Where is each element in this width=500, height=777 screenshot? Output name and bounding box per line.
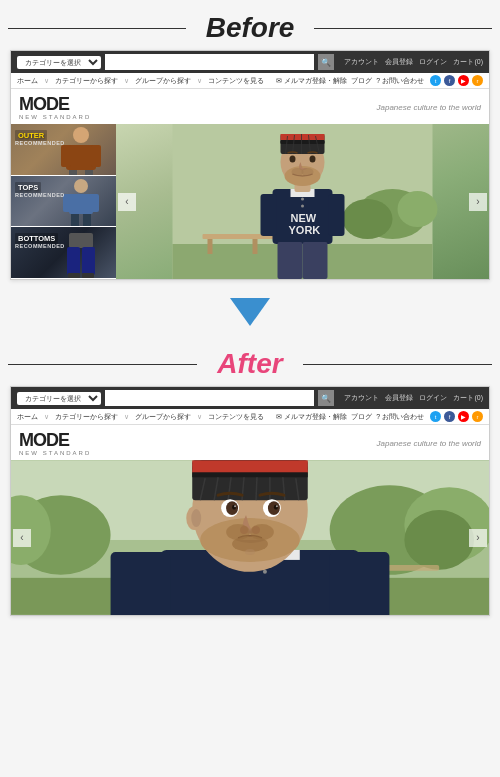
after-logo: MODE NEW STANDARD	[19, 431, 91, 456]
after-search-button[interactable]: 🔍	[318, 390, 334, 406]
before-thumb-tops[interactable]: TOPS RECOMMENDED	[11, 176, 116, 228]
after-section: After カテゴリーを選択 🔍 アカウント 会員登録 ログイン カート(0) …	[0, 336, 500, 616]
svg-rect-63	[330, 552, 390, 615]
svg-rect-27	[329, 194, 345, 236]
before-section: Before カテゴリーを選択 🔍 アカウント 会員登録 ログイン カート(0)…	[0, 0, 500, 280]
down-arrow-icon	[230, 298, 270, 326]
after-category-select[interactable]: カテゴリーを選択	[17, 392, 101, 405]
before-login-link[interactable]: ログイン	[419, 57, 447, 67]
after-login-link[interactable]: ログイン	[419, 393, 447, 403]
before-category-link[interactable]: カテゴリーから探す	[55, 76, 118, 86]
after-line-right	[303, 364, 492, 365]
svg-rect-2	[61, 145, 71, 167]
svg-point-19	[398, 191, 438, 227]
after-facebook-icon[interactable]: f	[444, 411, 455, 422]
before-logo: MODE NEW STANDARD	[19, 95, 91, 120]
svg-point-94	[245, 549, 255, 555]
before-thumb-bottoms[interactable]: BOTTOMS RECOMMENDED	[11, 227, 116, 279]
after-nav-actions: アカウント 会員登録 ログイン カート(0)	[344, 393, 483, 403]
after-heading: After	[217, 348, 282, 380]
before-account-link[interactable]: アカウント	[344, 57, 379, 67]
before-heading: Before	[206, 12, 295, 44]
svg-rect-14	[82, 247, 95, 275]
before-register-link[interactable]: 会員登録	[385, 57, 413, 67]
after-main-hero: ‹	[11, 460, 489, 615]
before-content-link[interactable]: コンテンツを見る	[208, 76, 264, 86]
svg-rect-13	[67, 247, 80, 275]
svg-rect-62	[111, 552, 171, 615]
before-twitter-icon[interactable]: t	[430, 75, 441, 86]
svg-rect-71	[192, 460, 308, 473]
svg-rect-4	[69, 170, 77, 175]
svg-rect-23	[208, 239, 213, 254]
before-hero-area: OUTER RECOMMENDED	[11, 124, 489, 279]
before-browser: カテゴリーを選択 🔍 アカウント 会員登録 ログイン カート(0) ホーム ∨ …	[10, 50, 490, 280]
svg-text:YORK: YORK	[289, 224, 321, 236]
before-group-link[interactable]: グループから探す	[135, 76, 191, 86]
before-hero-prev[interactable]: ‹	[118, 193, 136, 211]
before-facebook-icon[interactable]: f	[444, 75, 455, 86]
after-mail-nav: ✉ メルマガ登録・解除 ブログ ? お問い合わせ	[276, 412, 424, 422]
svg-rect-24	[253, 239, 258, 254]
before-rss-icon[interactable]: r	[472, 75, 483, 86]
before-logo-bar: MODE NEW STANDARD Japanese culture to th…	[11, 89, 489, 124]
svg-point-84	[234, 505, 236, 507]
before-category-select[interactable]: カテゴリーを選択	[17, 56, 101, 69]
before-home-link[interactable]: ホーム	[17, 76, 38, 86]
svg-rect-3	[91, 145, 101, 167]
after-account-link[interactable]: アカウント	[344, 393, 379, 403]
svg-point-55	[404, 510, 474, 570]
before-outer-sublabel: RECOMMENDED	[15, 140, 65, 146]
svg-point-32	[301, 205, 304, 208]
before-bottoms-sublabel: RECOMMENDED	[15, 243, 65, 249]
after-content-link[interactable]: コンテンツを見る	[208, 412, 264, 422]
after-hero-area: ‹	[11, 460, 489, 615]
before-label: Before	[0, 0, 500, 50]
after-group-link[interactable]: グループから探す	[135, 412, 191, 422]
after-label: After	[0, 336, 500, 386]
svg-rect-50	[303, 242, 328, 279]
after-twitter-icon[interactable]: t	[430, 411, 441, 422]
svg-point-31	[301, 198, 304, 201]
after-top-nav: カテゴリーを選択 🔍 アカウント 会員登録 ログイン カート(0)	[11, 387, 489, 409]
after-register-link[interactable]: 会員登録	[385, 393, 413, 403]
before-search-button[interactable]: 🔍	[318, 54, 334, 70]
after-youtube-icon[interactable]: ▶	[458, 411, 469, 422]
before-tops-sublabel: RECOMMENDED	[15, 192, 65, 198]
svg-rect-11	[83, 214, 91, 226]
after-cart-link[interactable]: カート(0)	[453, 393, 483, 403]
before-thumb-outer[interactable]: OUTER RECOMMENDED	[11, 124, 116, 176]
before-search-input[interactable]	[105, 54, 314, 70]
after-home-link[interactable]: ホーム	[17, 412, 38, 422]
before-mail-nav: ✉ メルマガ登録・解除 ブログ ? お問い合わせ	[276, 76, 424, 86]
before-nav-actions: アカウント 会員登録 ログイン カート(0)	[344, 57, 483, 67]
svg-point-0	[73, 127, 89, 143]
before-tagline: Japanese culture to the world	[376, 103, 481, 112]
before-main-hero: ‹	[116, 124, 489, 279]
after-search-input[interactable]	[105, 390, 314, 406]
after-browser: カテゴリーを選択 🔍 アカウント 会員登録 ログイン カート(0) ホーム ∨ …	[10, 386, 490, 616]
after-rss-icon[interactable]: r	[472, 411, 483, 422]
svg-point-46	[310, 156, 316, 163]
svg-rect-5	[85, 170, 93, 175]
after-category-link[interactable]: カテゴリーから探す	[55, 412, 118, 422]
before-top-nav: カテゴリーを選択 🔍 アカウント 会員登録 ログイン カート(0)	[11, 51, 489, 73]
svg-rect-12	[69, 233, 93, 248]
before-hero-next[interactable]: ›	[469, 193, 487, 211]
before-youtube-icon[interactable]: ▶	[458, 75, 469, 86]
svg-rect-16	[82, 273, 94, 278]
svg-point-45	[290, 156, 296, 163]
svg-rect-15	[68, 273, 80, 278]
after-social-icons: t f ▶ r	[430, 411, 483, 422]
svg-point-96	[191, 509, 201, 527]
svg-point-20	[343, 199, 393, 239]
after-hero-next[interactable]: ›	[469, 529, 487, 547]
after-hero-prev[interactable]: ‹	[13, 529, 31, 547]
after-tagline: Japanese culture to the world	[376, 439, 481, 448]
after-logo-bar: MODE NEW STANDARD Japanese culture to th…	[11, 425, 489, 460]
before-second-nav: ホーム ∨ カテゴリーから探す ∨ グループから探す ∨ コンテンツを見る ✉ …	[11, 73, 489, 89]
before-line-left	[8, 28, 186, 29]
svg-point-65	[263, 570, 267, 574]
svg-point-6	[74, 179, 88, 193]
before-cart-link[interactable]: カート(0)	[453, 57, 483, 67]
